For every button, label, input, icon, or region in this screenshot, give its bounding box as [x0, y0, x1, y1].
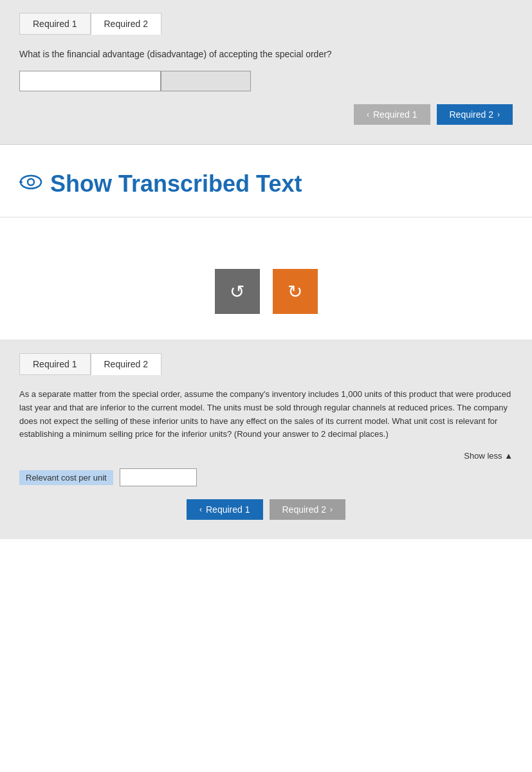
top-nav-buttons: ‹ Required 1 Required 2 › — [19, 104, 513, 125]
top-question: What is the financial advantage (disadva… — [19, 48, 513, 61]
bottom-btn-req2-label: Required 2 — [282, 504, 327, 515]
icon-buttons-section: ↺ ↻ — [0, 217, 532, 340]
top-input-row — [19, 71, 257, 91]
chevron-left-icon: ‹ — [367, 110, 369, 119]
top-section: Required 1 Required 2 What is the financ… — [0, 0, 532, 145]
top-input-2[interactable] — [161, 71, 251, 91]
top-btn-required-2[interactable]: Required 2 › — [437, 104, 513, 125]
tab-required-1-top[interactable]: Required 1 — [19, 13, 91, 35]
svg-point-1 — [28, 179, 34, 185]
bottom-tabs-row: Required 1 Required 2 — [19, 353, 513, 375]
tab-required-2-bottom[interactable]: Required 2 — [91, 353, 162, 375]
chevron-right-icon: › — [497, 110, 500, 119]
bottom-section: Required 1 Required 2 As a separate matt… — [0, 340, 532, 539]
show-less-link[interactable]: Show less ▲ — [464, 451, 513, 461]
top-btn-req2-label: Required 2 — [450, 109, 494, 120]
bottom-btn-required-2[interactable]: Required 2 › — [270, 499, 346, 520]
bottom-chevron-right-icon: › — [330, 505, 333, 514]
relevant-cost-input[interactable] — [120, 468, 197, 486]
tab-required-2-top[interactable]: Required 2 — [91, 13, 162, 35]
bottom-btn-req1-label: Required 1 — [206, 504, 250, 515]
middle-section: Show Transcribed Text — [0, 145, 532, 217]
bottom-btn-required-1[interactable]: ‹ Required 1 — [187, 499, 263, 520]
top-btn-req1-label: Required 1 — [373, 109, 417, 120]
bottom-nav-buttons: ‹ Required 1 Required 2 › — [19, 499, 513, 520]
tab-required-1-bottom[interactable]: Required 1 — [19, 353, 91, 375]
top-btn-required-1[interactable]: ‹ Required 1 — [354, 104, 430, 125]
bottom-question: As a separate matter from the special or… — [19, 388, 513, 441]
show-transcribed-container[interactable]: Show Transcribed Text — [19, 170, 513, 198]
show-transcribed-label: Show Transcribed Text — [50, 170, 302, 198]
show-less-row: Show less ▲ — [19, 451, 513, 461]
relevant-cost-row: Relevant cost per unit — [19, 468, 513, 486]
eye-icon — [19, 172, 42, 196]
orange-refresh-icon: ↻ — [288, 281, 302, 302]
bottom-chevron-left-icon: ‹ — [199, 505, 202, 514]
top-input-1[interactable] — [19, 71, 161, 91]
top-tabs-row: Required 1 Required 2 — [19, 13, 513, 35]
svg-point-0 — [21, 176, 41, 188]
relevant-cost-label: Relevant cost per unit — [19, 470, 113, 485]
gray-refresh-icon: ↺ — [230, 281, 244, 302]
gray-refresh-button[interactable]: ↺ — [215, 269, 260, 314]
orange-refresh-button[interactable]: ↻ — [273, 269, 318, 314]
